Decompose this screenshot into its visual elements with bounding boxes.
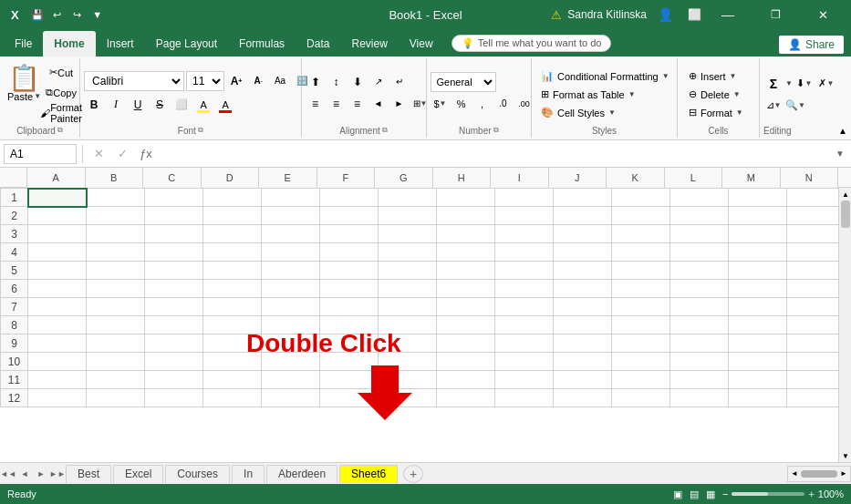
delete-btn[interactable]: ⊖ Delete ▼ xyxy=(681,87,751,102)
hscroll-track[interactable] xyxy=(801,470,837,478)
cell-C2[interactable] xyxy=(145,207,203,225)
increase-font-btn[interactable]: A+ xyxy=(226,71,246,91)
row-num-5[interactable]: 5 xyxy=(1,262,28,280)
cell-K6[interactable] xyxy=(612,280,670,298)
cell-E11[interactable] xyxy=(262,371,320,389)
cell-I4[interactable] xyxy=(495,243,554,262)
cell-C3[interactable] xyxy=(145,225,203,243)
cell-A2[interactable] xyxy=(28,207,87,225)
indent-decrease-btn[interactable]: ◄ xyxy=(368,94,389,114)
row-num-11[interactable]: 11 xyxy=(1,371,28,389)
cell-N11[interactable] xyxy=(787,371,839,389)
cell-F1[interactable] xyxy=(320,189,379,207)
cell-I11[interactable] xyxy=(495,371,554,389)
font-size-select[interactable]: 11 xyxy=(186,71,224,91)
cell-L2[interactable] xyxy=(670,207,729,225)
scroll-thumb[interactable] xyxy=(841,201,850,228)
view-page-btn[interactable]: ▦ xyxy=(706,489,715,500)
cell-L6[interactable] xyxy=(670,280,729,298)
cell-F4[interactable] xyxy=(320,243,379,262)
cell-M12[interactable] xyxy=(729,389,787,407)
scroll-up-btn[interactable]: ▲ xyxy=(839,188,851,201)
row-num-6[interactable]: 6 xyxy=(1,280,28,298)
cell-H1[interactable] xyxy=(437,189,495,207)
cell-G3[interactable] xyxy=(379,225,437,243)
cell-N8[interactable] xyxy=(787,316,839,334)
cell-F10[interactable] xyxy=(320,353,379,371)
cell-L4[interactable] xyxy=(670,243,729,262)
cell-C1[interactable] xyxy=(145,189,203,207)
col-header-L[interactable]: L xyxy=(665,168,723,188)
cell-A11[interactable] xyxy=(28,371,87,389)
percent-btn[interactable]: % xyxy=(451,94,472,114)
cell-H11[interactable] xyxy=(437,371,495,389)
cell-B6[interactable] xyxy=(87,280,145,298)
customize-qa-btn[interactable]: ▼ xyxy=(88,5,107,24)
cell-styles-btn[interactable]: 🎨 Cell Styles ▼ xyxy=(535,105,675,120)
cell-C12[interactable] xyxy=(145,389,203,407)
insert-btn[interactable]: ⊕ Insert ▼ xyxy=(681,68,751,84)
align-top-btn[interactable]: ⬆ xyxy=(306,72,326,92)
fill-color-btn[interactable]: A xyxy=(193,95,213,115)
cell-N6[interactable] xyxy=(787,280,839,298)
wrap-text-btn[interactable]: ↵ xyxy=(389,72,410,92)
format-as-table-btn[interactable]: ⊞ Format as Table ▼ xyxy=(535,87,675,102)
cell-B3[interactable] xyxy=(87,225,145,243)
tell-me-input[interactable]: 💡 Tell me what you want to do xyxy=(451,35,612,52)
cell-J12[interactable] xyxy=(554,389,612,407)
cell-N5[interactable] xyxy=(787,262,839,280)
cell-J6[interactable] xyxy=(554,280,612,298)
align-center-btn[interactable]: ≡ xyxy=(327,94,347,114)
cut-btn[interactable]: ✂ Cut xyxy=(47,64,76,82)
cell-B9[interactable] xyxy=(87,334,145,353)
cell-N1[interactable] xyxy=(787,189,839,207)
format-painter-btn[interactable]: 🖌 Format Painter xyxy=(47,104,76,122)
tab-page-layout[interactable]: Page Layout xyxy=(145,31,228,57)
cell-B1[interactable] xyxy=(87,189,145,207)
cell-I5[interactable] xyxy=(495,262,554,280)
cell-H7[interactable] xyxy=(437,298,495,316)
row-num-3[interactable]: 3 xyxy=(1,225,28,243)
col-header-D[interactable]: D xyxy=(202,168,260,188)
format-btn[interactable]: ⊟ Format ▼ xyxy=(681,105,751,120)
cell-C5[interactable] xyxy=(145,262,203,280)
row-num-12[interactable]: 12 xyxy=(1,389,28,407)
cell-H3[interactable] xyxy=(437,225,495,243)
sheet-tab-in[interactable]: In xyxy=(232,465,265,483)
cell-M4[interactable] xyxy=(729,243,787,262)
cell-J5[interactable] xyxy=(554,262,612,280)
cell-N9[interactable] xyxy=(787,334,839,353)
italic-btn[interactable]: I xyxy=(106,95,126,115)
cell-N7[interactable] xyxy=(787,298,839,316)
cell-I2[interactable] xyxy=(495,207,554,225)
cell-E5[interactable] xyxy=(262,262,320,280)
cell-F7[interactable] xyxy=(320,298,379,316)
view-layout-btn[interactable]: ▤ xyxy=(690,489,699,500)
cell-F12[interactable] xyxy=(320,389,379,407)
cell-L10[interactable] xyxy=(670,353,729,371)
hscroll-right[interactable]: ► xyxy=(837,468,850,480)
cell-B12[interactable] xyxy=(87,389,145,407)
function-wizard-btn[interactable]: ƒx xyxy=(136,144,156,164)
sum-btn[interactable]: Σ xyxy=(763,74,784,94)
cell-E10[interactable] xyxy=(262,353,320,371)
cell-K5[interactable] xyxy=(612,262,670,280)
ribbon-collapse-btn[interactable]: ▲ xyxy=(838,126,847,136)
cell-G7[interactable] xyxy=(379,298,437,316)
cell-L7[interactable] xyxy=(670,298,729,316)
sheet-nav-prev[interactable]: ◄ xyxy=(16,465,33,483)
hscroll-left[interactable]: ◄ xyxy=(788,468,801,480)
zoom-out-btn[interactable]: − xyxy=(722,489,728,499)
cell-K11[interactable] xyxy=(612,371,670,389)
add-sheet-btn[interactable]: + xyxy=(403,465,423,483)
cell-C6[interactable] xyxy=(145,280,203,298)
cell-C11[interactable] xyxy=(145,371,203,389)
col-header-N[interactable]: N xyxy=(781,168,839,188)
cell-F9[interactable] xyxy=(320,334,379,353)
cell-D11[interactable] xyxy=(203,371,262,389)
tab-file[interactable]: File xyxy=(4,31,43,57)
cell-M6[interactable] xyxy=(729,280,787,298)
tab-data[interactable]: Data xyxy=(296,31,340,57)
row-num-4[interactable]: 4 xyxy=(1,243,28,262)
cell-F3[interactable] xyxy=(320,225,379,243)
